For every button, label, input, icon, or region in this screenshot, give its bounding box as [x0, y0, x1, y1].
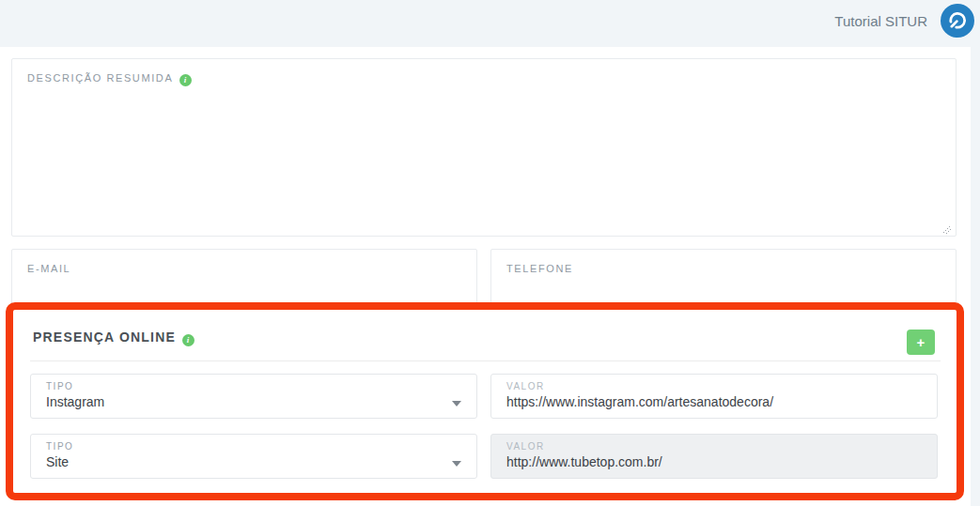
valor-input-row1[interactable]: VALOR https://www.instagram.com/artesana…: [490, 374, 938, 419]
descricao-resumida-label: DESCRIÇÃO RESUMIDAi: [12, 59, 956, 86]
presenca-online-title: PRESENÇA ONLINEi: [33, 330, 194, 346]
valor-label: VALOR: [491, 435, 937, 452]
add-presenca-button[interactable]: +: [907, 330, 935, 355]
resize-handle[interactable]: [941, 222, 952, 232]
tipo-select-row1[interactable]: TIPO Instagram: [30, 374, 477, 419]
telefone-field[interactable]: TELEFONE: [490, 249, 957, 307]
chevron-down-icon: [452, 461, 461, 467]
section-divider: [30, 360, 941, 361]
valor-value: https://www.instagram.com/artesanatodeco…: [491, 391, 937, 409]
tipo-label: TIPO: [31, 435, 476, 452]
valor-label: VALOR: [491, 375, 937, 391]
email-label: E-MAIL: [12, 250, 476, 274]
info-icon[interactable]: i: [182, 334, 194, 346]
tipo-select-row2[interactable]: TIPO Site: [30, 434, 477, 479]
valor-input-row2-disabled[interactable]: VALOR http://www.tubetop.com.br/: [490, 434, 938, 479]
email-field[interactable]: E-MAIL: [11, 249, 477, 307]
chevron-down-icon: [452, 401, 461, 406]
tipo-label: TIPO: [31, 375, 476, 391]
situr-logo-icon[interactable]: [941, 4, 974, 38]
top-bar: Tutorial SITUR: [0, 0, 980, 47]
tipo-selected-value: Instagram: [31, 391, 476, 409]
form-panel: DESCRIÇÃO RESUMIDAi E-MAIL TELEFONE PRES…: [0, 47, 971, 506]
app-title: Tutorial SITUR: [834, 13, 927, 29]
valor-value: http://www.tubetop.com.br/: [491, 452, 937, 469]
descricao-resumida-textarea[interactable]: DESCRIÇÃO RESUMIDAi: [11, 58, 957, 237]
tipo-selected-value: Site: [31, 452, 476, 469]
info-icon[interactable]: i: [179, 74, 192, 86]
telefone-label: TELEFONE: [491, 250, 956, 274]
